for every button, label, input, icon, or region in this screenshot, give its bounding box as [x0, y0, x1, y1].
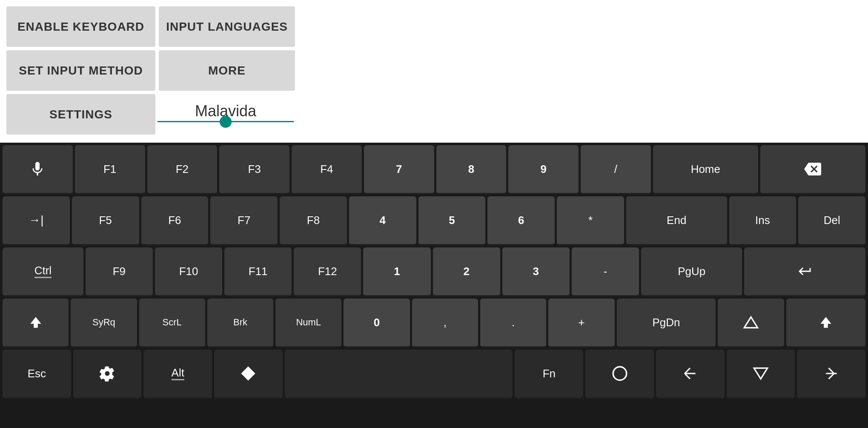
shift-right-key[interactable]	[786, 299, 865, 348]
input-languages-button[interactable]: INPUT LANGUAGES	[159, 6, 295, 47]
key-4[interactable]: 4	[349, 196, 416, 245]
end-key[interactable]: End	[626, 196, 727, 245]
f9-key[interactable]: F9	[86, 247, 153, 296]
f1-key[interactable]: F1	[75, 145, 145, 194]
keyboard-row-4: SyRq ScrL Brk NumL 0 , . + PgDn	[3, 299, 865, 348]
f6-key[interactable]: F6	[141, 196, 209, 245]
malavida-dot	[220, 116, 232, 128]
mic-key[interactable]	[3, 145, 73, 194]
scrl-key[interactable]: ScrL	[139, 299, 205, 348]
set-input-method-button[interactable]: SET INPUT METHOD	[6, 50, 155, 91]
brk-key[interactable]: Brk	[207, 299, 273, 348]
key-plus[interactable]: +	[548, 299, 614, 348]
del-key[interactable]: Del	[798, 196, 865, 245]
ctrl-key[interactable]: Ctrl	[3, 247, 83, 296]
key-period[interactable]: .	[480, 299, 546, 348]
keyboard-row-1: F1 F2 F3 F4 7 8 9 / Home	[3, 145, 865, 194]
recents-triangle-key[interactable]	[727, 350, 795, 399]
tab-key[interactable]: →|	[3, 196, 70, 245]
backspace-key[interactable]	[760, 145, 865, 194]
enable-keyboard-button[interactable]: ENABLE KEYBOARD	[6, 6, 155, 47]
key-3[interactable]: 3	[502, 247, 570, 296]
key-comma[interactable]: ,	[412, 299, 478, 348]
keyboard-row-3: Ctrl F9 F10 F11 F12 1 2 3 - PgUp	[3, 247, 865, 296]
space-key[interactable]	[285, 350, 513, 399]
keyboard-row-2: →| F5 F6 F7 F8 4 5 6 * End Ins Del	[3, 196, 865, 245]
f10-key[interactable]: F10	[155, 247, 222, 296]
key-0[interactable]: 0	[344, 299, 410, 348]
top-area: ENABLE KEYBOARD INPUT LANGUAGES SET INPU…	[0, 0, 868, 143]
key-7[interactable]: 7	[364, 145, 434, 194]
enter-key[interactable]	[744, 247, 865, 296]
f2-key[interactable]: F2	[147, 145, 218, 194]
numl-key[interactable]: NumL	[275, 299, 341, 348]
f4-key[interactable]: F4	[292, 145, 362, 194]
alt-key[interactable]: Alt	[143, 350, 212, 399]
key-1[interactable]: 1	[363, 247, 430, 296]
menu-grid: ENABLE KEYBOARD INPUT LANGUAGES SET INPU…	[6, 6, 862, 135]
home-key[interactable]: Home	[653, 145, 758, 194]
f5-key[interactable]: F5	[72, 196, 139, 245]
key-5[interactable]: 5	[418, 196, 486, 245]
malavida-container: Malavida	[158, 102, 294, 122]
syrq-key[interactable]: SyRq	[71, 299, 137, 348]
settings-button[interactable]: SETTINGS	[6, 94, 155, 135]
keyboard: F1 F2 F3 F4 7 8 9 / Home →| F5 F6 F7 F8 …	[0, 143, 868, 428]
key-star[interactable]: *	[557, 196, 624, 245]
key-minus[interactable]: -	[572, 247, 639, 296]
f8-key[interactable]: F8	[280, 196, 347, 245]
key-6[interactable]: 6	[487, 196, 555, 245]
pgdn-key[interactable]: PgDn	[617, 299, 716, 348]
shift-left-key[interactable]	[3, 299, 69, 348]
diamond-key[interactable]	[214, 350, 283, 399]
esc-key[interactable]: Esc	[3, 350, 71, 399]
key-9[interactable]: 9	[508, 145, 579, 194]
key-2[interactable]: 2	[433, 247, 500, 296]
svg-point-0	[613, 367, 627, 380]
key-8[interactable]: 8	[436, 145, 507, 194]
f12-key[interactable]: F12	[294, 247, 361, 296]
f7-key[interactable]: F7	[210, 196, 278, 245]
fn-key[interactable]: Fn	[515, 350, 583, 399]
more-button[interactable]: MORE	[159, 50, 295, 91]
ins-key[interactable]: Ins	[729, 196, 796, 245]
triangle-up-outline-key[interactable]	[718, 299, 784, 348]
keyboard-row-5: Esc Alt Fn	[3, 350, 865, 399]
f3-key[interactable]: F3	[219, 145, 289, 194]
home-circle-key[interactable]	[585, 350, 654, 399]
key-slash[interactable]: /	[581, 145, 651, 194]
back-triangle-key[interactable]	[656, 350, 725, 399]
malavida-underline	[158, 121, 294, 122]
pgup-key[interactable]: PgUp	[641, 247, 742, 296]
f11-key[interactable]: F11	[224, 247, 292, 296]
forward-triangle-key[interactable]	[797, 350, 865, 399]
settings-icon-key[interactable]	[73, 350, 142, 399]
